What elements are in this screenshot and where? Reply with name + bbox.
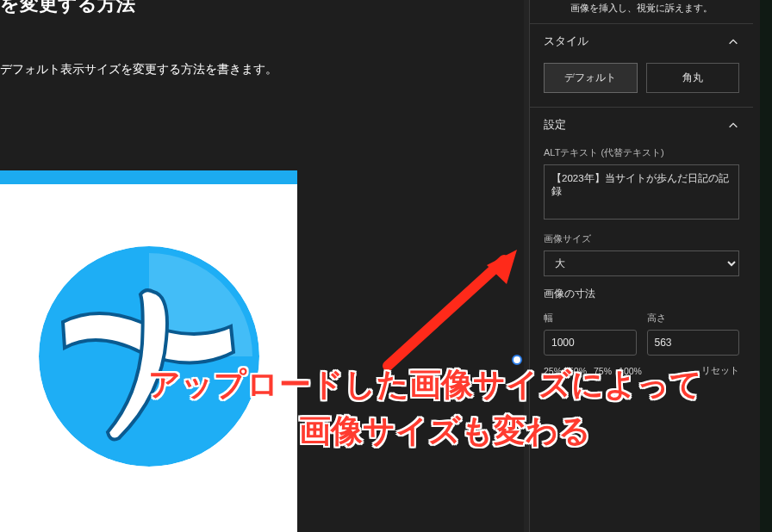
image-dims-label: 画像の寸法 — [544, 287, 739, 301]
style-rounded-button[interactable]: 角丸 — [646, 63, 740, 93]
block-helper-text: 画像を挿入し、視覚に訴えます。 — [530, 0, 753, 23]
selection-handle[interactable] — [512, 355, 522, 365]
section-style-header[interactable]: スタイル — [530, 24, 753, 59]
pct-50-button[interactable]: 50% — [569, 366, 587, 376]
settings-sidebar: 画像を挿入し、視覚に訴えます。 スタイル デフォルト 角丸 設定 ALTテキスト… — [529, 0, 753, 532]
alt-text-input[interactable]: 【2023年】当サイトが歩んだ日記の記録 — [544, 164, 739, 220]
pct-75-button[interactable]: 75% — [594, 366, 612, 376]
logo-icon — [37, 244, 261, 468]
width-input[interactable] — [544, 330, 637, 356]
section-settings-title: 設定 — [544, 118, 566, 133]
page-description: デフォルト表示サイズを変更する方法を書きます。 — [0, 62, 277, 77]
image-content — [0, 184, 297, 529]
image-top-accent — [0, 170, 297, 184]
section-style: スタイル デフォルト 角丸 — [530, 23, 753, 107]
width-label: 幅 — [544, 312, 637, 325]
image-size-select[interactable]: 大 — [544, 251, 739, 276]
section-settings: 設定 ALTテキスト (代替テキスト) 【2023年】当サイトが歩んだ日記の記録… — [530, 107, 753, 391]
section-settings-header[interactable]: 設定 — [530, 108, 753, 143]
pct-25-button[interactable]: 25% — [544, 366, 562, 376]
page-title: を変更する方法 — [0, 0, 135, 17]
chevron-up-icon — [727, 36, 739, 48]
image-block[interactable] — [0, 170, 297, 532]
style-default-button[interactable]: デフォルト — [544, 63, 638, 93]
chevron-up-icon — [727, 120, 739, 132]
section-style-title: スタイル — [544, 34, 588, 49]
height-input[interactable] — [647, 330, 740, 356]
reset-button[interactable]: リセット — [701, 364, 739, 377]
alt-text-label: ALTテキスト (代替テキスト) — [544, 146, 739, 159]
editor-canvas: を変更する方法 デフォルト表示サイズを変更する方法を書きます。 — [0, 0, 517, 532]
pct-100-button[interactable]: 100% — [619, 366, 642, 376]
window-scrollbar[interactable] — [760, 0, 772, 532]
image-size-label: 画像サイズ — [544, 232, 739, 245]
height-label: 高さ — [647, 312, 740, 325]
